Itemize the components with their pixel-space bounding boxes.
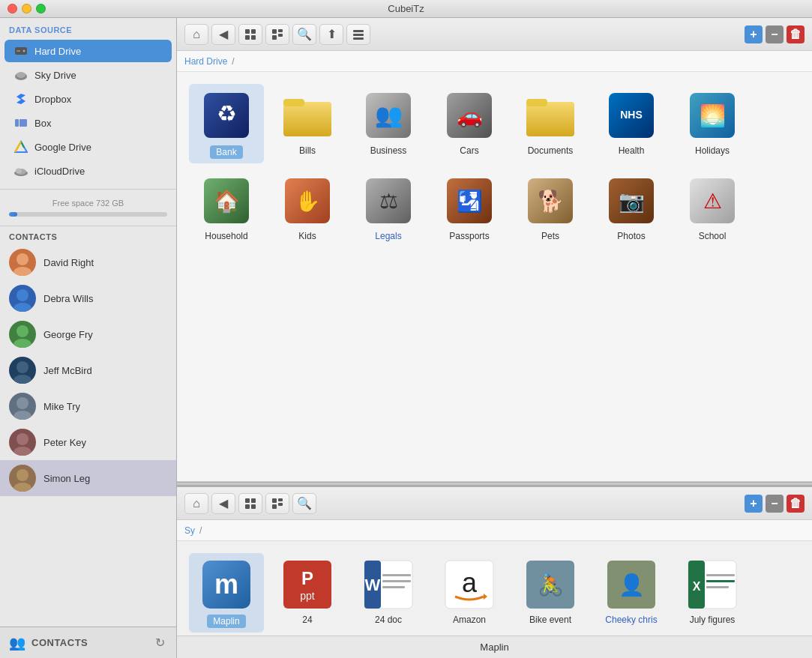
grid-item-household[interactable]: 🏠 Household	[189, 169, 264, 246]
svg-point-26	[16, 469, 28, 481]
svg-text:📷: 📷	[619, 189, 645, 214]
grid-item-bank[interactable]: ♻ Bank	[189, 84, 264, 163]
home-button[interactable]: ⌂	[184, 24, 208, 45]
household-icon: 🏠	[199, 174, 253, 228]
svg-text:🚗: 🚗	[457, 103, 483, 128]
contact-item-jeff[interactable]: Jeff McBird	[0, 352, 176, 388]
bottom-path-sep: /	[199, 525, 202, 536]
svg-text:🐕: 🐕	[538, 189, 564, 214]
grid-item-documents[interactable]: Documents	[513, 84, 588, 163]
close-button[interactable]	[7, 4, 17, 13]
contact-item-david[interactable]: David Right	[0, 244, 176, 280]
sidebar-item-hard-drive[interactable]: Hard Drive	[4, 40, 172, 62]
bills-icon	[280, 88, 334, 142]
grid-item-july[interactable]: X July figures	[675, 553, 750, 633]
svg-rect-48	[526, 99, 547, 106]
bottom-minus-button[interactable]: −	[766, 495, 784, 513]
svg-rect-30	[245, 35, 250, 40]
sidebar-item-dropbox[interactable]: Dropbox	[4, 88, 172, 110]
contacts-header: CONTACTS	[0, 226, 176, 244]
grid-item-business[interactable]: 👥 Business	[351, 84, 426, 163]
grid-item-bike[interactable]: 🚴 Bike event	[513, 553, 588, 633]
contact-item-george[interactable]: George Fry	[0, 316, 176, 352]
trash-button[interactable]: 🗑	[787, 25, 805, 43]
contact-name-jeff: Jeff McBird	[43, 365, 92, 376]
svg-rect-29	[251, 29, 256, 34]
view1-button[interactable]	[238, 24, 262, 45]
passports-label: Passports	[449, 231, 489, 241]
search-button[interactable]: 🔍	[292, 24, 316, 45]
word24-label: 24 doc	[375, 615, 402, 625]
view2-button[interactable]	[265, 24, 289, 45]
contact-item-debra[interactable]: Debra Wills	[0, 280, 176, 316]
contact-item-mike[interactable]: Mike Try	[0, 388, 176, 424]
svg-rect-34	[272, 35, 277, 40]
svg-rect-71	[272, 498, 277, 503]
sidebar-item-icloud[interactable]: iCloudDrive	[4, 160, 172, 182]
svg-point-18	[16, 325, 28, 337]
svg-rect-98	[706, 586, 729, 588]
view3-button[interactable]	[346, 24, 370, 45]
svg-rect-38	[353, 37, 364, 40]
svg-text:NHS: NHS	[620, 109, 643, 121]
grid-item-24ppt[interactable]: P ppt 24	[270, 553, 345, 633]
bike-label: Bike event	[529, 615, 571, 625]
bottom-search-button[interactable]: 🔍	[292, 493, 316, 514]
grid-item-amazon[interactable]: a Amazon	[432, 553, 507, 633]
avatar-jeff	[9, 357, 36, 384]
svg-marker-10	[15, 142, 21, 152]
svg-point-27	[13, 483, 31, 492]
grid-item-bills[interactable]: Bills	[270, 84, 345, 163]
grid-item-passports[interactable]: 🛂 Passports	[432, 169, 507, 246]
svg-text:👥: 👥	[375, 102, 403, 129]
storage-label: Free space 732 GB	[9, 199, 167, 208]
sidebar-item-box[interactable]: Box	[4, 112, 172, 134]
contact-item-peter[interactable]: Peter Key	[0, 424, 176, 460]
svg-text:X: X	[693, 580, 701, 593]
top-path-sep: /	[232, 56, 234, 67]
minus-button[interactable]: −	[766, 25, 784, 43]
maximize-button[interactable]	[36, 4, 46, 13]
bottom-view1-button[interactable]	[238, 493, 262, 514]
svg-rect-31	[251, 35, 256, 40]
bottom-view2-button[interactable]	[265, 493, 289, 514]
back-button[interactable]: ◀	[211, 24, 235, 45]
sky-drive-label: Sky Drive	[34, 70, 76, 81]
add-button[interactable]: +	[745, 25, 763, 43]
top-panel: ⌂ ◀ 🔍 ⬆ + − 🗑	[177, 18, 812, 482]
bottom-back-button[interactable]: ◀	[211, 493, 235, 514]
cheeky-label: Cheeky chris	[605, 615, 657, 625]
grid-item-cars[interactable]: 🚗 Cars	[432, 84, 507, 163]
storage-bar	[9, 212, 167, 217]
grid-item-kids[interactable]: ✋ Kids	[270, 169, 345, 246]
cars-icon: 🚗	[442, 88, 496, 142]
sidebar-item-google-drive[interactable]: Google Drive	[4, 136, 172, 158]
grid-item-holidays[interactable]: 🌅 Holidays	[675, 84, 750, 163]
grid-item-maplin[interactable]: m Maplin	[189, 553, 264, 633]
window-controls	[7, 4, 46, 13]
grid-item-photos[interactable]: 📷 Photos	[594, 169, 669, 246]
bottom-add-button[interactable]: +	[745, 495, 763, 513]
svg-text:🚴: 🚴	[538, 573, 564, 597]
svg-rect-42	[283, 99, 304, 106]
top-path-label: Hard Drive	[184, 56, 227, 67]
contact-name-mike: Mike Try	[43, 401, 80, 412]
grid-item-health[interactable]: NHS Health	[594, 84, 669, 163]
contact-item-simon[interactable]: Simon Leg	[0, 460, 176, 496]
grid-item-24doc[interactable]: W 24 doc	[351, 553, 426, 633]
school-icon: ⚠	[685, 174, 739, 228]
bottom-trash-button[interactable]: 🗑	[787, 495, 805, 513]
grid-item-pets[interactable]: 🐕 Pets	[513, 169, 588, 246]
sidebar-item-sky-drive[interactable]: Sky Drive	[4, 64, 172, 86]
bottom-grid-view: m Maplin P ppt 24	[177, 541, 812, 636]
contact-name-peter: Peter Key	[43, 437, 86, 448]
toolbar-right-actions: + − 🗑	[745, 25, 805, 43]
contacts-refresh-button[interactable]: ↻	[152, 636, 167, 651]
bottom-home-button[interactable]: ⌂	[184, 493, 208, 514]
grid-item-legals[interactable]: ⚖ Legals	[351, 169, 426, 246]
minimize-button[interactable]	[22, 4, 31, 13]
google-drive-label: Google Drive	[34, 142, 91, 153]
grid-item-cheeky[interactable]: 👤 Cheeky chris	[594, 553, 669, 633]
grid-item-school[interactable]: ⚠ School	[675, 169, 750, 246]
share-button[interactable]: ⬆	[319, 24, 343, 45]
